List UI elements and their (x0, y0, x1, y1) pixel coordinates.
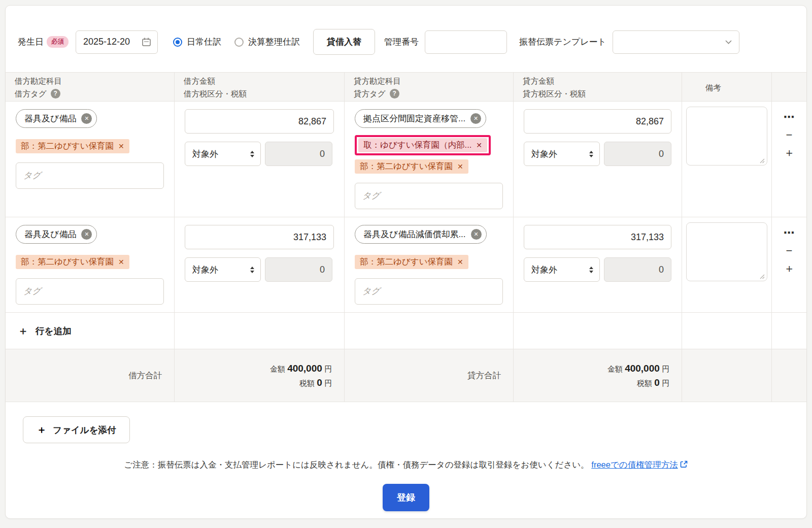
credit-amount-cell: 対象外 (514, 102, 682, 217)
credit-total-values: 金額 400,000 円 税額 0 円 (514, 349, 682, 402)
debit-amount-cell: 対象外 (175, 102, 345, 217)
tax-amount-input (265, 257, 332, 282)
debit-amount-input[interactable] (185, 109, 334, 134)
credit-amount-cell: 対象外 (514, 217, 682, 312)
header-credit-amount: 貸方金額 貸方税区分・税額 (514, 73, 682, 102)
attach-file-button[interactable]: ＋ ファイルを添付 (23, 416, 130, 443)
template-label: 振替伝票テンプレート (519, 36, 606, 48)
credit-account-chip[interactable]: 拠点区分間固定資産移管... ✕ (355, 109, 486, 128)
debit-account-chip[interactable]: 器具及び備品 ✕ (16, 225, 97, 244)
notice-text: ご注意：振替伝票は入金・支払管理レポートには反映されません。債権・債務データの登… (18, 459, 794, 471)
partner-tag: 取：ゆびすい保育園（内部... ✕ (358, 138, 487, 152)
account-remove-icon[interactable]: ✕ (81, 229, 92, 240)
calendar-icon (142, 37, 151, 47)
radio-daily-journal[interactable]: 日常仕訳 (173, 36, 221, 48)
row-add-button[interactable]: ＋ (784, 147, 795, 158)
account-remove-icon[interactable]: ✕ (471, 229, 482, 240)
radio-selected-icon (173, 38, 182, 47)
department-tag: 部：第二ゆびすい保育園 ✕ (355, 159, 468, 174)
select-arrows-icon (589, 151, 593, 157)
department-tag: 部：第二ゆびすい保育園 ✕ (16, 255, 129, 269)
tag-remove-icon[interactable]: ✕ (457, 258, 463, 266)
radio-unselected-icon (234, 38, 244, 47)
header-note: 備考 (682, 73, 772, 102)
tag-remove-icon[interactable]: ✕ (118, 258, 124, 266)
header-actions (772, 73, 806, 102)
debit-amount-cell: 対象外 (175, 217, 345, 312)
transfer-slip-form: 発生日 必須 2025-12-20 日常仕訳 決算整理仕訳 貸借入替 管理番号 … (5, 5, 807, 519)
control-number-label: 管理番号 (384, 36, 419, 48)
highlight-annotation-box: 取：ゆびすい保育園（内部... ✕ (355, 135, 491, 155)
tax-amount-input (604, 142, 671, 166)
occurred-date-label: 発生日 (18, 36, 44, 48)
row-menu-button[interactable]: ⋯ (784, 112, 795, 123)
row-actions: ⋯ − ＋ (772, 217, 806, 312)
external-link-icon (680, 460, 688, 469)
tag-remove-icon[interactable]: ✕ (476, 141, 482, 149)
note-cell (682, 102, 772, 217)
template-select[interactable] (613, 30, 739, 54)
select-arrows-icon (250, 151, 254, 157)
department-tag: 部：第二ゆびすい保育園 ✕ (16, 139, 129, 153)
row-menu-button[interactable]: ⋯ (784, 227, 795, 239)
debit-total-values: 金額 400,000 円 税額 0 円 (175, 349, 345, 402)
tag-remove-icon[interactable]: ✕ (118, 142, 124, 150)
debit-total-label: 借方合計 (128, 370, 162, 381)
tax-category-select[interactable]: 対象外 (524, 142, 600, 166)
tax-amount-input (604, 257, 671, 282)
select-arrows-icon (250, 267, 254, 273)
credit-amount-input[interactable] (524, 109, 671, 134)
credit-account-chip[interactable]: 器具及び備品減価償却累... ✕ (355, 225, 487, 244)
chevron-down-icon (725, 40, 732, 44)
note-cell (682, 217, 772, 312)
journal-row: 器具及び備品 ✕ 部：第二ゆびすい保育園 ✕ 対象外 拠点区分間固定資産移管..… (6, 102, 806, 217)
account-remove-icon[interactable]: ✕ (470, 113, 481, 124)
tax-category-select[interactable]: 対象外 (524, 257, 600, 282)
credit-tag-input[interactable] (355, 183, 503, 209)
header-debit-account: 借方勘定科目 借方タグ ? (6, 73, 175, 102)
header-debit-amount: 借方金額 借方税区分・税額 (175, 73, 345, 102)
help-icon[interactable]: ? (390, 89, 399, 98)
plus-icon: ＋ (18, 324, 28, 338)
debit-account-chip[interactable]: 器具及び備品 ✕ (16, 109, 97, 128)
department-tag: 部：第二ゆびすい保育園 ✕ (355, 255, 468, 269)
credit-total-label: 貸方合計 (467, 370, 501, 381)
footer: ＋ ファイルを添付 ご注意：振替伝票は入金・支払管理レポートには反映されません。… (6, 402, 806, 511)
credit-entry-cell: 拠点区分間固定資産移管... ✕ 取：ゆびすい保育園（内部... ✕ 部：第二ゆ… (345, 102, 514, 217)
row-add-button[interactable]: ＋ (784, 263, 795, 274)
radio-closing-journal[interactable]: 決算整理仕訳 (234, 36, 300, 48)
totals-row: 借方合計 金額 400,000 円 税額 0 円 貸方合計 金額 400,000… (6, 349, 806, 402)
date-input[interactable]: 2025-12-20 (76, 30, 158, 54)
memo-textarea[interactable] (686, 107, 767, 166)
plus-icon: ＋ (37, 423, 47, 437)
row-remove-button[interactable]: − (786, 245, 793, 256)
receivable-management-link[interactable]: freeeでの債権管理方法 (591, 460, 688, 469)
row-actions: ⋯ − ＋ (772, 102, 806, 217)
control-number-input[interactable] (425, 30, 507, 54)
memo-textarea[interactable] (686, 222, 767, 281)
tax-category-select[interactable]: 対象外 (185, 257, 261, 282)
submit-button[interactable]: 登録 (383, 484, 429, 511)
journal-row: 器具及び備品 ✕ 部：第二ゆびすい保育園 ✕ 対象外 器具及び備品減価償却累..… (6, 217, 806, 313)
add-row-band: ＋ 行を追加 (6, 313, 806, 349)
header-credit-account: 貸方勘定科目 貸方タグ ? (345, 73, 514, 102)
add-row-button[interactable]: ＋ 行を追加 (6, 313, 174, 349)
tag-remove-icon[interactable]: ✕ (457, 162, 463, 171)
debit-tag-input[interactable] (16, 278, 164, 305)
select-arrows-icon (589, 267, 593, 273)
toolbar: 発生日 必須 2025-12-20 日常仕訳 決算整理仕訳 貸借入替 管理番号 … (6, 6, 806, 72)
swap-debit-credit-button[interactable]: 貸借入替 (313, 29, 375, 55)
debit-entry-cell: 器具及び備品 ✕ 部：第二ゆびすい保育園 ✕ (6, 102, 175, 217)
credit-amount-input[interactable] (524, 225, 671, 249)
journal-type-radios: 日常仕訳 決算整理仕訳 (173, 36, 300, 48)
tax-amount-input (265, 142, 332, 166)
date-value: 2025-12-20 (83, 37, 130, 47)
tax-category-select[interactable]: 対象外 (185, 142, 261, 166)
credit-tag-input[interactable] (355, 278, 503, 305)
required-badge: 必須 (47, 36, 69, 48)
account-remove-icon[interactable]: ✕ (81, 113, 92, 124)
debit-tag-input[interactable] (16, 162, 164, 189)
debit-amount-input[interactable] (185, 225, 334, 249)
row-remove-button[interactable]: − (786, 129, 793, 141)
help-icon[interactable]: ? (51, 89, 60, 98)
